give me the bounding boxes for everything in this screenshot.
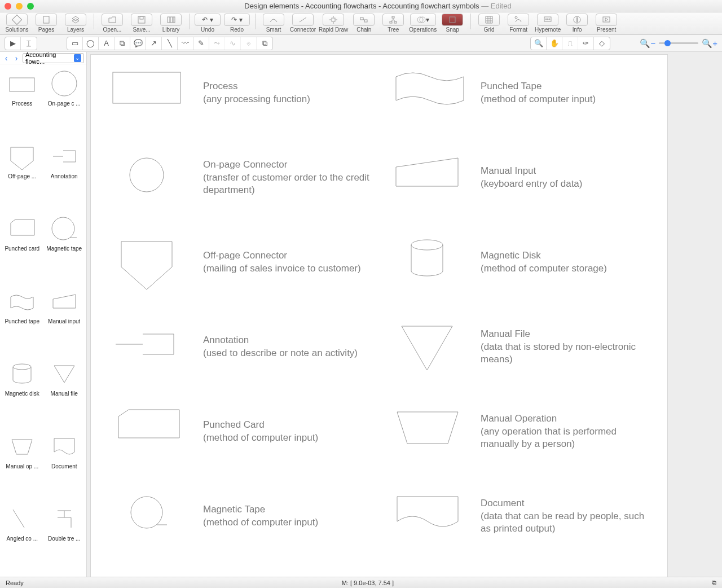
svg-rect-6 [168,17,170,23]
title-edited-badge: — Edited [479,2,512,10]
library-item[interactable]: Magnetic disk [1,358,43,428]
flowchart-symbol[interactable] [379,237,475,288]
status-bar: Ready M: [ 9.0e-03, 7.54 ] ⧉ [0,577,722,588]
library-item[interactable]: On-page c ... [43,68,86,138]
callout-tool[interactable]: 💬 [130,37,146,50]
rapid-draw-button[interactable] [323,14,344,26]
shape-toolbar: ▶ ⌶ ▭ ◯ A ⧉ 💬 ↗ ╲ 〰 ✎ ⤳ ∿ ⟐ ⧉ 🔍 ✋ ⎍ ✑ ◇ … [0,35,722,52]
open-button[interactable] [102,14,123,26]
library-item[interactable]: Punched tape [1,286,43,356]
library-item[interactable]: Annotation [43,141,86,211]
hypernote-button[interactable] [537,14,558,26]
flowchart-symbol[interactable] [102,68,197,119]
flowchart-symbol[interactable] [379,322,475,372]
format-button[interactable] [508,14,529,26]
zoom-tool[interactable]: 🔍 [531,37,547,50]
zoom-in-icon[interactable]: 🔍+ [702,38,717,49]
svg-point-30 [547,19,548,20]
flowchart-symbol[interactable] [102,491,197,542]
pages-button[interactable] [36,14,57,26]
library-item[interactable]: Document [43,431,86,501]
zoom-out-icon[interactable]: 🔍− [640,38,655,49]
flowchart-symbol[interactable] [379,152,475,203]
library-item[interactable]: Manual file [43,358,86,428]
info-button[interactable]: i [566,14,588,26]
solutions-button[interactable] [6,14,28,26]
drawing-canvas[interactable]: Process(any processing function) Punched… [90,54,668,577]
save-button[interactable] [131,14,152,26]
library-item[interactable]: Manual input [43,286,86,356]
flowchart-symbol[interactable] [379,491,475,542]
chevron-down-icon: ⌄ [74,54,81,62]
svg-rect-1 [43,16,49,23]
flowchart-symbol[interactable] [102,152,197,203]
layers-button[interactable] [65,14,86,26]
svg-rect-16 [364,20,367,22]
ellipse-tool[interactable]: ◯ [83,37,99,50]
window-title: Design elements - Accounting flowcharts … [38,2,717,10]
flowchart-symbol[interactable] [102,322,197,372]
library-item[interactable]: Punched card [1,213,43,283]
flowchart-symbol[interactable] [379,68,475,119]
curve-tool[interactable]: 〰 [178,37,193,50]
smart-connector-button[interactable] [263,14,284,26]
symbol-description: Document(data that can be read by people… [475,497,657,536]
rect-tool[interactable]: ▭ [67,37,83,50]
window-titlebar: Design elements - Accounting flowcharts … [0,0,722,12]
canvas-area[interactable]: Process(any processing function) Punched… [87,52,722,577]
zoom-slider[interactable]: 🔍− 🔍+ [640,38,717,49]
crop-tool[interactable]: ⧉ [257,37,272,50]
text-tool[interactable]: A [99,37,115,50]
flowchart-symbol[interactable] [102,237,197,288]
nav-back-button[interactable]: ‹ [2,54,10,63]
symbol-description: Off-page Connector(mailing of sales invo… [197,249,379,275]
svg-rect-15 [360,17,363,20]
library-item[interactable]: Manual op ... [1,431,43,501]
close-window-button[interactable] [5,3,11,10]
eraser-tool[interactable]: ◇ [594,37,610,50]
zoom-window-button[interactable] [27,3,34,10]
library-button[interactable] [160,14,182,26]
symbol-description: Magnetic Tape(method of computer input) [197,503,379,529]
grid-button[interactable] [478,14,500,26]
edit-points-tool[interactable]: ⟐ [241,37,257,50]
library-item[interactable]: Angled co ... [1,503,43,573]
line-tool[interactable]: ╲ [162,37,178,50]
nav-forward-button[interactable]: › [12,54,20,63]
svg-point-38 [52,217,74,240]
status-ready: Ready [6,580,24,586]
eyedropper-tool[interactable]: ✑ [578,37,594,50]
chain-button[interactable] [353,14,375,26]
hand-tool[interactable]: ✋ [547,37,562,50]
svg-line-9 [300,17,306,22]
library-item[interactable]: Double tre ... [43,503,86,573]
minimize-window-button[interactable] [16,3,23,10]
textbox-tool[interactable]: ⧉ [115,37,130,50]
connector-button[interactable] [292,14,314,26]
resize-grip-icon[interactable]: ⧉ [712,579,716,586]
bezier-tool[interactable]: ⤳ [209,37,225,50]
library-item[interactable]: Off-page ... [1,141,43,211]
flowchart-symbol[interactable] [102,406,197,457]
svg-line-40 [13,510,24,528]
svg-rect-0 [12,15,22,25]
library-selector[interactable]: Accounting flowc... ⌄ [23,53,84,63]
svg-rect-8 [173,17,175,23]
tree-button[interactable] [382,14,404,26]
undo-button[interactable]: ↶ ▾ [195,14,221,26]
pointer-tool[interactable]: ▶ [5,37,21,50]
library-item[interactable]: Magnetic tape [43,213,86,283]
svg-rect-36 [10,78,34,91]
pen-tool[interactable]: ✎ [193,37,209,50]
present-button[interactable] [596,14,617,26]
flowchart-symbol[interactable] [379,406,475,457]
operations-button[interactable]: ▾ [410,14,436,26]
arrow-tool[interactable]: ↗ [146,37,162,50]
library-item[interactable]: Process [1,68,43,138]
symbol-description: On-page Connector(transfer of customer o… [197,159,379,198]
stamp-tool[interactable]: ⎍ [562,37,578,50]
text-select-tool[interactable]: ⌶ [21,37,37,50]
spline-tool[interactable]: ∿ [225,37,241,50]
redo-button[interactable]: ↷ ▾ [224,14,250,26]
snap-button[interactable] [442,14,463,26]
